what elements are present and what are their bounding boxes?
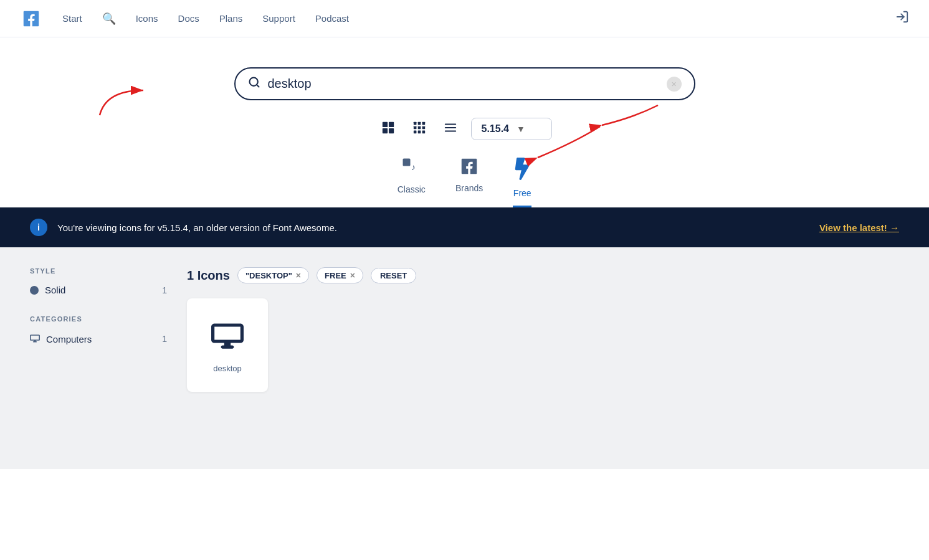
svg-rect-10 xyxy=(422,121,425,125)
grid-small-button[interactable] xyxy=(409,118,430,140)
signin-button[interactable] xyxy=(895,10,909,27)
info-banner-text: You're viewing icons for v5.15.4, an old… xyxy=(57,222,809,233)
view-controls: 5.15.4 ▼ xyxy=(378,118,552,140)
gray-section: i You're viewing icons for v5.15.4, an o… xyxy=(0,207,929,469)
arrow-version xyxy=(540,99,664,149)
dropdown-arrow-icon: ▼ xyxy=(517,124,525,134)
style-section-title: STYLE xyxy=(30,267,167,275)
arrow-search xyxy=(87,72,162,121)
sidebar-category-computers[interactable]: Computers 1 xyxy=(30,330,167,348)
sidebar-style-solid[interactable]: Solid 1 xyxy=(30,282,167,298)
info-banner: i You're viewing icons for v5.15.4, an o… xyxy=(0,207,929,247)
svg-rect-5 xyxy=(388,121,393,126)
icon-card-desktop[interactable]: desktop xyxy=(187,298,268,392)
logo-icon xyxy=(20,10,42,27)
solid-count: 1 xyxy=(162,285,167,295)
svg-text:♪: ♪ xyxy=(411,163,416,172)
svg-rect-4 xyxy=(382,121,387,126)
tab-classic[interactable]: ♪ Classic xyxy=(398,158,426,207)
computers-count: 1 xyxy=(162,334,167,344)
results-header: 1 Icons "DESKTOP" × FREE × RESET xyxy=(187,267,899,283)
svg-rect-16 xyxy=(422,130,425,133)
nav-links: Start 🔍 Icons Docs Plans Support Podcast xyxy=(62,12,895,26)
arrow-icon: → xyxy=(890,222,899,233)
filter-tag-desktop[interactable]: "DESKTOP" × xyxy=(237,267,309,283)
svg-rect-15 xyxy=(417,130,421,133)
sidebar: STYLE Solid 1 CATEGORIES Computers 1 xyxy=(30,267,167,392)
search-area: × xyxy=(0,37,929,207)
classic-icon: ♪ xyxy=(402,158,421,181)
svg-rect-6 xyxy=(382,128,387,133)
nav-search-icon[interactable]: 🔍 xyxy=(102,12,116,26)
categories-section: CATEGORIES Computers 1 xyxy=(30,315,167,348)
content-area: STYLE Solid 1 CATEGORIES Computers 1 xyxy=(0,247,929,412)
computers-label: Computers xyxy=(46,334,92,344)
icon-grid: desktop xyxy=(187,298,899,392)
desktop-icon xyxy=(211,317,244,356)
filter-tag-free[interactable]: FREE × xyxy=(317,267,363,283)
svg-rect-14 xyxy=(413,130,416,133)
nav-start[interactable]: Start xyxy=(62,13,82,24)
svg-rect-11 xyxy=(413,126,416,129)
svg-rect-13 xyxy=(422,126,425,129)
svg-rect-9 xyxy=(417,121,421,125)
filter-free-remove[interactable]: × xyxy=(350,270,355,280)
nav-icons[interactable]: Icons xyxy=(136,13,158,24)
svg-rect-8 xyxy=(413,121,416,125)
tab-free-label: Free xyxy=(513,188,531,198)
navbar: Start 🔍 Icons Docs Plans Support Podcast xyxy=(0,0,929,37)
categories-section-title: CATEGORIES xyxy=(30,315,167,323)
tab-classic-label: Classic xyxy=(398,184,426,194)
solid-dot-icon xyxy=(30,286,39,295)
free-icon xyxy=(513,158,531,184)
style-tabs: ♪ Classic Brands Free xyxy=(398,158,531,207)
version-label: 5.15.4 xyxy=(482,123,509,135)
filter-desktop-remove[interactable]: × xyxy=(296,270,301,280)
nav-docs[interactable]: Docs xyxy=(178,13,199,24)
nav-support[interactable]: Support xyxy=(262,13,295,24)
nav-podcast[interactable]: Podcast xyxy=(315,13,349,24)
svg-rect-21 xyxy=(403,159,411,166)
brands-icon xyxy=(460,158,478,179)
svg-rect-12 xyxy=(417,126,421,129)
view-latest-link[interactable]: View the latest! → xyxy=(819,222,899,233)
nav-plans[interactable]: Plans xyxy=(219,13,243,24)
info-icon: i xyxy=(30,219,47,236)
search-input[interactable] xyxy=(268,77,667,91)
tab-free[interactable]: Free xyxy=(513,158,531,207)
version-dropdown[interactable]: 5.15.4 ▼ xyxy=(471,118,552,140)
list-view-button[interactable] xyxy=(440,118,461,140)
tab-brands-label: Brands xyxy=(455,183,483,193)
grid-large-button[interactable] xyxy=(378,118,399,140)
search-bar-wrapper: × xyxy=(234,67,695,100)
logo[interactable] xyxy=(20,10,42,27)
main-content: 1 Icons "DESKTOP" × FREE × RESET xyxy=(187,267,899,392)
icon-card-desktop-label: desktop xyxy=(213,364,242,373)
computer-category-icon xyxy=(30,333,40,345)
solid-label: Solid xyxy=(45,285,65,295)
tab-brands[interactable]: Brands xyxy=(455,158,483,207)
svg-rect-7 xyxy=(388,128,393,133)
search-icon xyxy=(248,76,260,92)
reset-button[interactable]: RESET xyxy=(371,268,416,283)
results-count: 1 Icons xyxy=(187,268,230,283)
search-bar: × xyxy=(234,67,695,100)
svg-line-3 xyxy=(256,85,259,87)
search-clear-button[interactable]: × xyxy=(667,77,682,92)
